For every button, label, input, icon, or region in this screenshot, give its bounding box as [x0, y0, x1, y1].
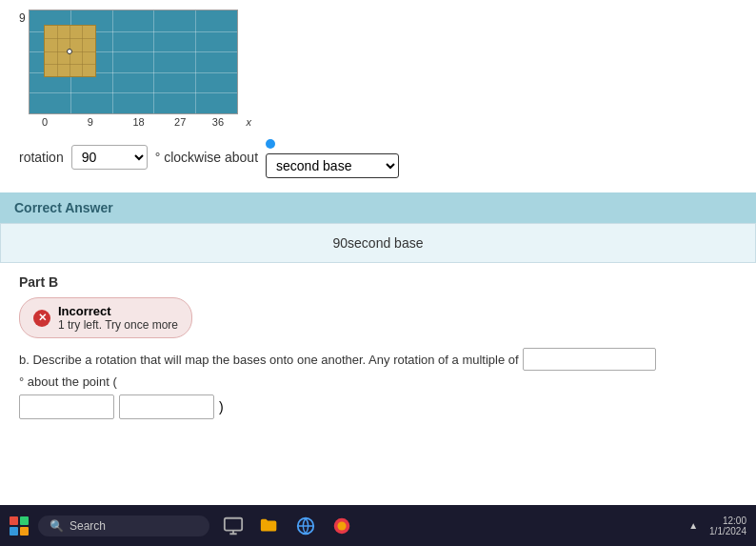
graph-container [29, 10, 238, 114]
about-select-wrapper: second base first base third base home p… [266, 135, 399, 178]
about-point-select[interactable]: second base first base third base home p… [266, 153, 399, 178]
degree-about-text: ° about the point ( [19, 374, 117, 389]
monitor-taskbar-icon[interactable] [219, 512, 248, 540]
grid-v-4 [195, 10, 196, 113]
blue-dot-indicator [266, 139, 275, 149]
baseball-diamond [44, 25, 96, 77]
close-paren: ) [219, 399, 224, 415]
x-axis-letter: x [247, 116, 252, 128]
taskbar-start[interactable] [10, 516, 29, 536]
folder-taskbar-icon[interactable] [255, 512, 284, 540]
y-axis-label: 9 [19, 11, 26, 25]
svg-point-3 [337, 521, 346, 530]
center-base-dot [67, 49, 72, 54]
clockwise-text: ° clockwise about [155, 150, 258, 165]
multiple-of-input[interactable] [523, 348, 656, 371]
part-b-label: Part B [19, 274, 737, 290]
point-inputs-row: ) [19, 394, 737, 419]
graph-area: 9 [19, 10, 737, 128]
incorrect-title: Incorrect [58, 304, 178, 318]
x-label-0: 0 [42, 116, 69, 128]
x-label-18: 18 [132, 116, 159, 128]
search-label: Search [70, 519, 106, 533]
grid-h-4 [30, 92, 237, 93]
rotation-degree-select[interactable]: 90 180 270 [71, 145, 148, 170]
incorrect-info: Incorrect 1 try left. Try once more [58, 304, 178, 332]
incorrect-subtitle: 1 try left. Try once more [58, 318, 178, 332]
correct-answer-body: 90second base [0, 223, 756, 263]
chevron-up-icon[interactable]: ▲ [688, 520, 698, 531]
rotation-row: rotation 90 180 270 ° clockwise about se… [19, 135, 737, 178]
time-display: 12:00 1/1/2024 [709, 516, 746, 536]
correct-answer-title: Correct Answer [14, 200, 113, 215]
colored-circle-taskbar-icon[interactable] [328, 512, 356, 540]
main-content: 9 [0, 0, 756, 505]
point-y-input[interactable] [119, 394, 214, 419]
correct-answer-text: 90second base [333, 235, 424, 251]
question-text: b. Describe a rotation that will map the… [19, 353, 519, 367]
time: 12:00 [709, 516, 746, 526]
svg-rect-0 [225, 517, 242, 530]
grid-v-2 [112, 10, 113, 113]
x-axis-labels: 0 9 18 27 36 x [42, 116, 251, 128]
x-label-36: 36 [212, 116, 239, 128]
rotation-label: rotation [19, 150, 64, 165]
globe-taskbar-icon[interactable] [291, 512, 320, 540]
search-icon: 🔍 [50, 519, 64, 533]
correct-answer-header: Correct Answer [0, 192, 756, 223]
x-circle-icon: ✕ [33, 310, 50, 327]
windows-icon[interactable] [10, 516, 29, 536]
x-label-27: 27 [174, 116, 201, 128]
taskbar: 🔍 Search ▲ [0, 505, 756, 546]
point-x-input[interactable] [19, 394, 114, 419]
dg-v3 [82, 26, 83, 76]
part-b-question: b. Describe a rotation that will map the… [19, 348, 737, 389]
x-label-9: 9 [88, 116, 114, 128]
taskbar-apps [219, 512, 356, 540]
search-bar[interactable]: 🔍 Search [38, 516, 209, 536]
incorrect-badge: ✕ Incorrect 1 try left. Try once more [19, 297, 192, 338]
dg-v1 [57, 26, 58, 76]
date: 1/1/2024 [709, 526, 746, 536]
taskbar-right: ▲ 12:00 1/1/2024 [688, 516, 746, 536]
grid-v-3 [153, 10, 154, 113]
